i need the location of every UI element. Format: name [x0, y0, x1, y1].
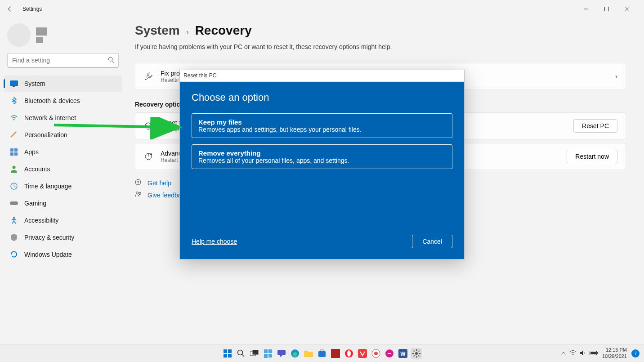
svg-text:?: ?	[137, 180, 139, 185]
person-icon	[10, 165, 18, 173]
minimize-button[interactable]	[576, 2, 596, 16]
start-button[interactable]	[222, 348, 233, 359]
svg-rect-51	[597, 352, 598, 354]
back-button[interactable]	[6, 5, 13, 13]
svg-rect-31	[268, 349, 272, 353]
sidebar-item-label: Personalization	[24, 131, 67, 139]
word-icon[interactable]: W	[398, 348, 408, 359]
opera-icon[interactable]	[344, 348, 354, 359]
search-input[interactable]	[7, 53, 119, 67]
sidebar-item-network[interactable]: Network & internet	[4, 110, 122, 126]
bluetooth-icon	[10, 97, 18, 105]
task-view-button[interactable]	[249, 348, 260, 359]
notification-badge[interactable]: 7	[631, 349, 640, 358]
option-description: Removes all of your personal files, apps…	[198, 157, 446, 164]
cancel-button[interactable]: Cancel	[412, 235, 452, 248]
apps-icon	[10, 148, 18, 156]
close-button[interactable]	[617, 2, 638, 16]
svg-point-6	[13, 119, 15, 121]
option-description: Removes apps and settings, but keeps you…	[198, 126, 446, 133]
sidebar-item-label: Time & language	[24, 183, 72, 190]
widgets-button[interactable]	[263, 348, 273, 359]
feedback-icon	[135, 191, 142, 199]
sidebar-item-label: Privacy & security	[24, 234, 74, 241]
taskbar-clock[interactable]: 12:15 PM 10/29/2021	[602, 347, 627, 359]
wifi-icon	[10, 114, 18, 122]
sidebar-item-gaming[interactable]: Gaming	[4, 195, 122, 211]
sidebar-item-personalization[interactable]: Personalization	[4, 127, 122, 143]
remove-everything-option[interactable]: Remove everything Removes all of your pe…	[192, 144, 452, 169]
settings-taskbar-icon[interactable]	[411, 348, 422, 359]
brush-icon	[10, 131, 18, 139]
search-icon	[108, 57, 114, 65]
sidebar-item-windows-update[interactable]: Windows Update	[4, 246, 122, 263]
help-me-choose-link[interactable]: Help me choose	[192, 238, 237, 245]
power-advanced-icon	[143, 152, 153, 161]
page-subtitle: If you're having problems with your PC o…	[135, 43, 626, 50]
sidebar: System Bluetooth & devices Network & int…	[0, 18, 126, 344]
svg-point-41	[347, 350, 351, 357]
chevron-right-icon: ›	[615, 72, 617, 80]
update-icon	[10, 250, 18, 259]
svg-line-27	[242, 354, 244, 357]
help-icon: ?	[135, 179, 142, 187]
sidebar-item-accessibility[interactable]: Accessibility	[4, 212, 122, 228]
svg-rect-5	[13, 86, 15, 87]
reset-pc-button[interactable]: Reset PC	[573, 119, 617, 133]
battery-tray-icon[interactable]	[590, 351, 598, 356]
reset-pc-dialog: Reset this PC Choose an option Keep my f…	[179, 70, 465, 259]
sidebar-item-label: Gaming	[24, 200, 46, 207]
wifi-tray-icon[interactable]	[570, 350, 576, 356]
vivaldi-icon[interactable]	[357, 348, 368, 359]
microsoft-store-icon[interactable]	[317, 348, 327, 359]
sidebar-item-label: Accounts	[24, 165, 50, 173]
sidebar-item-accounts[interactable]: Accounts	[4, 161, 122, 177]
svg-point-49	[572, 354, 573, 355]
dialog-heading: Choose an option	[192, 92, 452, 103]
user-name-placeholder	[36, 27, 47, 36]
svg-rect-37	[318, 351, 326, 357]
svg-rect-30	[264, 349, 268, 353]
chat-button[interactable]	[276, 348, 287, 359]
maximize-button[interactable]	[596, 2, 617, 16]
game-icon	[10, 199, 18, 207]
sidebar-item-system[interactable]: System	[4, 76, 122, 92]
tray-chevron-icon[interactable]	[561, 351, 566, 356]
page-title: Recovery	[195, 23, 252, 38]
file-explorer-icon[interactable]	[303, 348, 314, 359]
svg-rect-25	[228, 354, 232, 358]
sidebar-item-bluetooth[interactable]: Bluetooth & devices	[4, 93, 122, 109]
svg-point-11	[13, 166, 16, 169]
svg-point-2	[108, 57, 112, 61]
reset-icon	[143, 121, 153, 131]
svg-rect-29	[253, 350, 258, 354]
display-icon	[10, 80, 18, 88]
sidebar-item-label: Bluetooth & devices	[24, 97, 80, 104]
user-account-block[interactable]	[7, 22, 119, 48]
svg-rect-7	[10, 148, 13, 152]
svg-rect-39	[331, 349, 340, 358]
sidebar-item-apps[interactable]: Apps	[4, 144, 122, 160]
svg-rect-33	[268, 354, 272, 358]
svg-rect-1	[605, 7, 609, 11]
svg-point-17	[150, 153, 152, 155]
edge-icon[interactable]	[290, 348, 300, 359]
breadcrumb-parent[interactable]: System	[135, 23, 180, 38]
sidebar-item-time-language[interactable]: Time & language	[4, 178, 122, 194]
app-icon-3[interactable]	[384, 348, 395, 359]
restart-now-button[interactable]: Restart now	[567, 150, 617, 163]
dialog-window-title: Reset this PC	[180, 70, 464, 82]
avatar	[7, 23, 31, 47]
svg-point-20	[136, 192, 139, 194]
sidebar-item-label: Accessibility	[24, 217, 58, 224]
app-icon-2[interactable]	[371, 348, 381, 359]
accessibility-icon	[10, 216, 18, 224]
svg-point-14	[13, 217, 15, 219]
link-label: Get help	[148, 179, 171, 187]
volume-tray-icon[interactable]	[580, 350, 586, 357]
keep-my-files-option[interactable]: Keep my files Removes apps and settings,…	[192, 113, 452, 138]
sidebar-item-label: Network & internet	[24, 114, 76, 121]
app-icon[interactable]	[330, 348, 341, 359]
search-taskbar-button[interactable]	[236, 348, 246, 359]
sidebar-item-privacy[interactable]: Privacy & security	[4, 229, 122, 246]
